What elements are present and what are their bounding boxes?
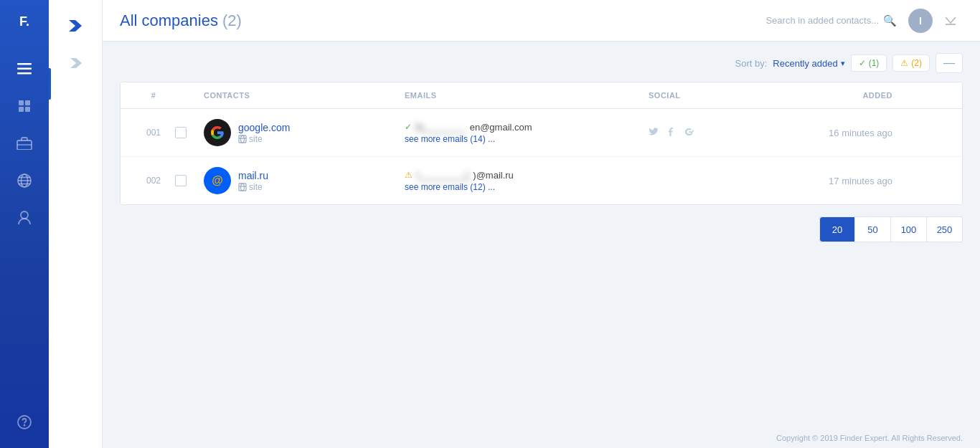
googleplus-icon[interactable]: [683, 127, 694, 139]
email-visible-google: en@gmail.com: [470, 122, 532, 133]
tag-active-icon[interactable]: [60, 10, 91, 42]
header: All companies (2) Search in added contac…: [103, 0, 980, 42]
toolbar: Sort by: Recently added ▾ ✓ (1) ⚠ (2) —: [120, 53, 963, 73]
active-indicator: [49, 68, 51, 100]
svg-text:@: @: [212, 174, 223, 186]
sort-value: Recently added: [773, 58, 837, 69]
filter-yellow-count: (2): [911, 58, 922, 68]
email-blurred-mailru: l_________(: [417, 170, 468, 181]
search-contacts-box[interactable]: Search in added contacts... 🔍: [765, 14, 897, 27]
check-green-icon: ✓: [405, 122, 412, 132]
row-number: 001: [132, 128, 175, 138]
main-content: All companies (2) Search in added contac…: [103, 0, 980, 448]
footer-text: Copyright © 2019 Finder Expert. All Righ…: [776, 434, 963, 442]
sort-label: Sort by:: [735, 58, 768, 69]
contact-info-google: google.com site: [238, 122, 290, 144]
row-social-google: [649, 127, 792, 139]
col-contacts: CONTACTS: [204, 91, 405, 100]
contacts-table: # CONTACTS EMAILS SOCIAL ADDED 001: [120, 82, 963, 205]
col-added: ADDED: [792, 91, 892, 100]
row-emails-mailru: ⚠ l_________( )@mail.ru see more emails …: [405, 170, 649, 192]
sidebar-secondary: [49, 0, 103, 448]
svg-rect-1: [17, 68, 32, 70]
pagination: 20 50 100 250: [120, 216, 963, 242]
page-btn-20[interactable]: 20: [819, 216, 855, 242]
col-number: #: [132, 91, 175, 100]
twitter-icon[interactable]: [649, 127, 659, 139]
row-added-mailru: 17 minutes ago: [792, 176, 892, 186]
warning-icon: ⚠: [900, 58, 908, 68]
sidebar-globe-icon[interactable]: [9, 165, 40, 196]
header-arrow-icon[interactable]: [938, 9, 963, 33]
contact-name-google: google.com: [238, 122, 290, 133]
table-row: 001 google.com: [121, 109, 962, 157]
user-avatar[interactable]: I: [908, 9, 933, 33]
sidebar-briefcase-icon[interactable]: [9, 128, 40, 159]
svg-rect-0: [17, 63, 32, 65]
row-checkbox[interactable]: [175, 127, 204, 138]
svg-point-14: [21, 211, 28, 219]
svg-rect-18: [239, 135, 246, 143]
table-row: 002 @ mail.ru: [121, 157, 962, 204]
app-logo: F.: [10, 7, 39, 36]
svg-rect-6: [25, 107, 30, 112]
page-btn-250[interactable]: 250: [927, 216, 963, 242]
tag-muted-icon[interactable]: [60, 47, 91, 79]
footer: Copyright © 2019 Finder Expert. All Righ…: [103, 428, 980, 448]
page-count: (2): [222, 11, 242, 30]
email-more-mailru[interactable]: see more emails (12) ...: [405, 182, 649, 192]
svg-rect-5: [19, 107, 24, 112]
contact-name-mailru: mail.ru: [238, 170, 268, 181]
email-main-mailru: ⚠ l_________( )@mail.ru: [405, 170, 649, 181]
row-number: 002: [132, 176, 175, 186]
email-more-google[interactable]: see more emails (14) ...: [405, 134, 649, 144]
page-btn-100[interactable]: 100: [891, 216, 927, 242]
col-checkbox: [175, 91, 204, 100]
email-blurred-google: fu________: [416, 122, 466, 133]
facebook-icon[interactable]: [666, 127, 676, 139]
sidebar-contacts-icon[interactable]: [9, 90, 40, 122]
col-emails: EMAILS: [405, 91, 649, 100]
contact-site-google[interactable]: site: [238, 134, 290, 144]
page-title: All companies: [120, 11, 218, 30]
svg-rect-2: [17, 72, 32, 75]
svg-rect-25: [239, 184, 246, 191]
table-header: # CONTACTS EMAILS SOCIAL ADDED: [121, 82, 962, 109]
svg-point-20: [241, 135, 245, 143]
col-social: SOCIAL: [649, 91, 792, 100]
sort-dropdown[interactable]: Recently added ▾: [773, 58, 844, 69]
filter-green-badge[interactable]: ✓ (1): [851, 54, 887, 72]
sidebar-help-icon[interactable]: [9, 406, 40, 438]
row-emails-google: ✓ fu________ en@gmail.com see more email…: [405, 122, 649, 144]
search-placeholder-text: Search in added contacts...: [765, 15, 879, 26]
google-logo: [204, 119, 231, 146]
content-area: Sort by: Recently added ▾ ✓ (1) ⚠ (2) — …: [103, 42, 980, 428]
mailru-logo: @: [204, 167, 231, 194]
filter-dash-btn[interactable]: —: [936, 53, 963, 73]
filter-yellow-badge[interactable]: ⚠ (2): [892, 54, 930, 72]
filter-green-count: (1): [869, 58, 880, 68]
page-btn-50[interactable]: 50: [855, 216, 891, 242]
sidebar-menu-icon[interactable]: [9, 53, 40, 85]
row-contact-google: google.com site: [204, 119, 405, 146]
email-visible-mailru: )@mail.ru: [473, 170, 514, 181]
check-icon: ✓: [859, 58, 866, 68]
svg-rect-3: [19, 100, 24, 105]
contact-info-mailru: mail.ru site: [238, 170, 268, 192]
svg-point-27: [241, 184, 245, 191]
svg-rect-4: [25, 100, 30, 105]
warn-yellow-icon: ⚠: [405, 170, 413, 180]
contact-site-mailru[interactable]: site: [238, 182, 268, 192]
search-icon: 🔍: [883, 14, 897, 27]
email-main-google: ✓ fu________ en@gmail.com: [405, 122, 649, 133]
row-contact-mailru: @ mail.ru site: [204, 167, 405, 194]
sidebar-narrow: F.: [0, 0, 49, 448]
row-added-google: 16 minutes ago: [792, 128, 892, 138]
chevron-down-icon: ▾: [841, 59, 845, 68]
row-checkbox[interactable]: [175, 175, 204, 186]
sidebar-person-icon[interactable]: [9, 202, 40, 234]
